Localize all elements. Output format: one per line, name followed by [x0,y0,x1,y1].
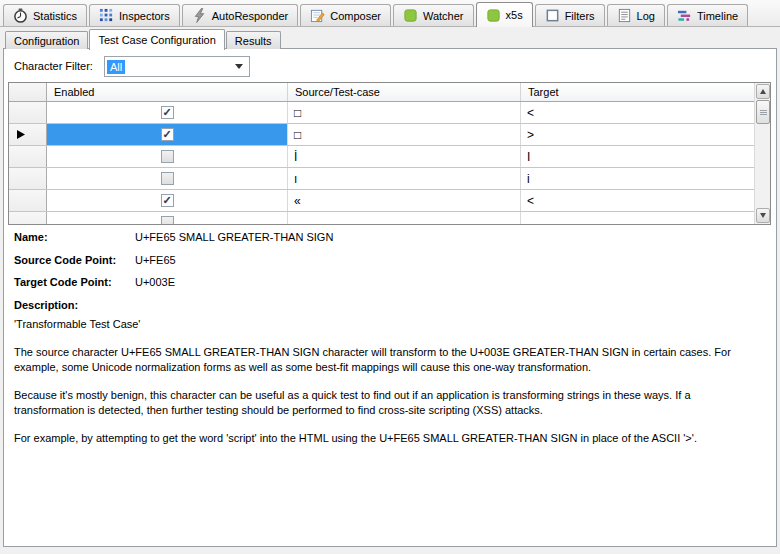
target-cell: < [521,190,754,211]
enabled-cell[interactable]: ✓ [47,190,288,211]
description-paragraphs: 'Transformable Test Case'The source char… [14,317,762,446]
tab-label: Timeline [697,10,738,22]
source-cell: □ [288,102,521,123]
arrow-down-icon [760,213,766,218]
tab-label: Inspectors [119,10,170,22]
arrow-up-icon [760,89,766,94]
target-code-point-label: Target Code Point: [14,275,135,289]
target-cell: I [521,146,754,167]
target-code-point-value: U+003E [135,276,175,288]
row-selector-cell [9,212,47,225]
enabled-checkbox[interactable] [161,172,174,185]
x5s-page: ConfigurationTest Case ConfigurationResu… [0,27,780,554]
enabled-checkbox[interactable] [161,150,174,163]
row-selector-cell [9,190,47,211]
source-cell: İ [288,146,521,167]
description-paragraph: The source character U+FE65 SMALL GREATE… [14,345,762,375]
description-row: Description: [14,298,135,312]
subtab-configuration[interactable]: Configuration [5,31,88,49]
name-value: U+FE65 SMALL GREATER-THAN SIGN [135,231,333,243]
tab-label: Watcher [423,10,464,22]
scroll-up-button[interactable] [756,84,770,99]
subtab-results[interactable]: Results [226,31,281,49]
tab-autoresponder[interactable]: AutoResponder [182,4,298,26]
enabled-checkbox[interactable]: ✓ [161,128,174,141]
tab-timeline[interactable]: Timeline [667,4,748,26]
tab-composer[interactable]: Composer [300,4,391,26]
row-selector-cell [9,124,47,145]
tab-statistics[interactable]: Statistics [3,4,87,26]
table-header: Enabled Source/Test-case Target [9,83,770,102]
enabled-checkbox[interactable]: ✓ [161,106,174,119]
subtab-test-case-configuration[interactable]: Test Case Configuration [89,29,224,50]
table-row[interactable]: İI [9,146,770,168]
enabled-checkbox[interactable] [161,216,174,225]
target-cell: < [521,102,754,123]
tab-label: x5s [506,9,523,21]
character-filter-select[interactable]: All [104,56,250,77]
tab-label: Filters [565,10,595,22]
target-cell: > [521,124,754,145]
vertical-scrollbar[interactable] [754,83,770,224]
enabled-cell[interactable] [47,212,288,225]
source-code-point-label: Source Code Point: [14,253,135,267]
tab-label: Composer [330,10,381,22]
description-paragraph: For example, by attempting to get the wo… [14,431,762,446]
name-row: Name:U+FE65 SMALL GREATER-THAN SIGN [14,230,333,244]
row-selector-cell [9,102,47,123]
target-code-point-row: Target Code Point:U+003E [14,275,175,289]
source-code-point-row: Source Code Point:U+FE65 [14,253,176,267]
source-cell [288,212,521,225]
enabled-checkbox[interactable]: ✓ [161,194,174,207]
enabled-column-header[interactable]: Enabled [47,83,288,101]
tab-x5s[interactable]: x5s [476,2,533,27]
sub-tab-bar: ConfigurationTest Case ConfigurationResu… [5,28,282,49]
tab-label: Log [637,10,655,22]
grip-icon [760,110,767,115]
tab-label: AutoResponder [212,10,288,22]
enabled-cell[interactable]: ✓ [47,124,288,145]
row-selector-cell [9,168,47,189]
source-column-header[interactable]: Source/Test-case [288,83,521,101]
name-label: Name: [14,230,135,244]
description-paragraph: Because it's mostly benign, this charact… [14,388,762,418]
target-cell [521,212,754,225]
source-cell: « [288,190,521,211]
table-body: ✓□<✓□>İIıi✓«< [9,102,770,225]
green-square-icon [403,8,418,23]
character-filter-label: Character Filter: [14,56,93,77]
table-row[interactable]: ✓«< [9,190,770,212]
tab-log[interactable]: Log [607,4,665,26]
log-icon [617,8,632,23]
inspectors-icon [99,8,114,23]
table-row[interactable]: ✓□< [9,102,770,124]
character-filter-value: All [107,60,125,74]
main-tab-bar: StatisticsInspectorsAutoResponderCompose… [0,0,780,27]
description-label: Description: [14,298,135,312]
source-cell: ı [288,168,521,189]
description-paragraph: 'Transformable Test Case' [14,317,762,332]
row-selector-cell [9,146,47,167]
row-selector-header [9,83,47,101]
target-column-header[interactable]: Target [521,83,754,101]
enabled-cell[interactable]: ✓ [47,102,288,123]
enabled-cell[interactable] [47,168,288,189]
lightning-icon [192,8,207,23]
table-row[interactable]: ✓□> [9,124,770,146]
scrollbar-thumb[interactable] [756,100,770,124]
clock-icon [13,8,28,23]
tab-inspectors[interactable]: Inspectors [89,4,180,26]
tab-label: Statistics [33,10,77,22]
enabled-cell[interactable] [47,146,288,167]
timeline-icon [677,8,692,23]
source-code-point-value: U+FE65 [135,254,176,266]
compose-icon [310,8,325,23]
scroll-down-button[interactable] [756,208,770,223]
tab-filters[interactable]: Filters [535,4,605,26]
green-square-icon [486,8,501,23]
table-row[interactable] [9,212,770,225]
target-cell: i [521,168,754,189]
checkbox-icon [545,8,560,23]
table-row[interactable]: ıi [9,168,770,190]
tab-watcher[interactable]: Watcher [393,4,474,26]
